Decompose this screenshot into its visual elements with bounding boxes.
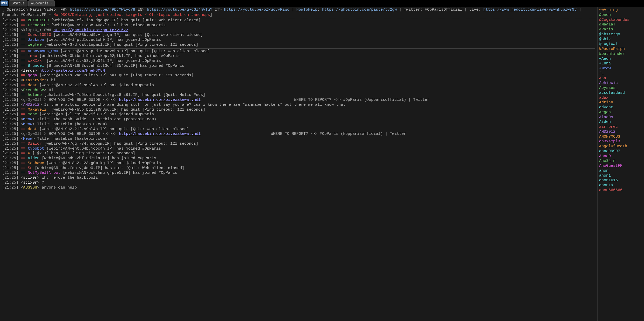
nick-entry[interactable]: Adrian	[599, 100, 642, 105]
nick-entry[interactable]: Abhioxic	[599, 81, 642, 86]
nick-entry[interactable]: AN0NYMOUS	[599, 135, 642, 139]
system-marker: ==	[21, 43, 25, 47]
nick[interactable]: xxXXxx_	[28, 59, 44, 63]
timestamp: [21:25]	[2, 166, 18, 170]
nick[interactable]: dest	[28, 83, 37, 88]
nick-entry[interactable]: an3x4mpl3	[599, 139, 642, 144]
system-text: [androirc@AN-3bibsd.9nin.ckop.62pfb1.IP]…	[37, 54, 180, 58]
timestamp: [21:25]	[2, 64, 18, 68]
nick-entry[interactable]: +Aeon	[599, 57, 642, 62]
nick[interactable]: wegfwe	[28, 43, 42, 47]
nick[interactable]: holamo	[28, 93, 42, 97]
topic-link[interactable]: https://www.reddit.com/live/vwwnkuplwr9y	[483, 8, 577, 12]
nick-entry[interactable]: Abysses_	[599, 86, 642, 91]
nick-entry[interactable]: Aaa	[599, 76, 642, 81]
nick-entry[interactable]: airforec	[599, 125, 642, 130]
topic-link[interactable]: https://ghostbin.com/paste/tv2gw	[322, 8, 397, 12]
menu-button[interactable]: MENU	[1, 1, 8, 6]
nick-entry[interactable]: @Logical	[599, 42, 642, 47]
nick-entry[interactable]: acsdfasdasd	[599, 91, 642, 96]
nick[interactable]: gr3yw0lf_	[23, 132, 44, 136]
nick[interactable]: Seahawx	[28, 161, 44, 165]
message-line: [21:25] <gr3yw0lf_> HOW YOU CAN HELP GUI…	[2, 98, 595, 103]
nick-entry[interactable]: anon19	[599, 183, 642, 188]
nick-entry[interactable]: +Meow	[599, 66, 642, 71]
nick[interactable]: Guest10510	[28, 33, 51, 37]
nick-entry[interactable]: &MaalaT	[599, 22, 642, 27]
nick-entry[interactable]: anon	[599, 169, 642, 173]
nick[interactable]: gr3yw0lf_	[23, 98, 44, 102]
nick-entry[interactable]: &Cogitabundus	[599, 18, 642, 23]
tab-status[interactable]: Status	[9, 0, 28, 6]
nick-entry[interactable]: %PadreRalph	[599, 47, 642, 52]
timestamp: [21:25]	[2, 83, 18, 88]
nick[interactable]: Meow	[23, 122, 32, 126]
nick-entry[interactable]: Aiac0s	[599, 115, 642, 120]
nick[interactable]: FrenchLCe	[23, 88, 44, 92]
nick[interactable]: dest	[28, 127, 37, 131]
topic-link[interactable]: https://youtu.be/oZPucyvPiwc	[224, 8, 289, 12]
nick[interactable]: Jackson	[28, 38, 44, 42]
timestamp: [21:25]	[2, 59, 18, 63]
system-text: [webirc@AN-vap.d15.aq25hh.IP] has quit […	[58, 49, 210, 54]
nick-entry[interactable]: AnnoD	[599, 154, 642, 159]
nick[interactable]: Gtasaryder	[23, 78, 46, 83]
topic-link[interactable]: https://youtu.be/g-qGl4mVTuY	[147, 8, 212, 12]
nick[interactable]: scix0r	[23, 176, 37, 180]
timestamp: [21:25]	[2, 171, 18, 175]
nick-entry[interactable]: anon1	[599, 173, 642, 178]
nick-entry[interactable]: @abstergo	[599, 32, 642, 37]
nick-entry[interactable]: Aegon	[599, 110, 642, 115]
nick[interactable]: FrenchLCe	[28, 23, 49, 28]
nick-entry[interactable]: &Paris	[599, 27, 642, 32]
nick-entry[interactable]: advent	[599, 105, 642, 110]
nick[interactable]: Meow	[23, 117, 32, 122]
nick[interactable]: Meow	[23, 137, 32, 141]
nick[interactable]: scix0r	[23, 180, 37, 185]
nick[interactable]: AMD2012	[23, 103, 39, 107]
nick[interactable]: X	[28, 151, 30, 156]
nick-entry[interactable]: &bnon	[599, 13, 642, 18]
nick[interactable]: kl3pt0_	[23, 28, 39, 32]
nick[interactable]: Anonymous_SWH	[28, 49, 58, 54]
nick[interactable]: lmao	[28, 54, 37, 58]
message-line: [21:25] == z01001100 [webirc@AN-ef7.iaa.…	[2, 18, 595, 23]
nick[interactable]: Makaveli_	[28, 108, 49, 112]
nick[interactable]: Aiden	[28, 156, 39, 160]
nick-entry[interactable]: +Luna	[599, 61, 642, 66]
nick[interactable]: lerds	[23, 69, 35, 73]
nick[interactable]: Dzalor	[28, 142, 42, 146]
message-link[interactable]: http://hastebin.com/pivexakewa.vhdl	[119, 98, 201, 102]
nick-entry[interactable]: Aiden	[599, 120, 642, 125]
nick-entry[interactable]: @Ghik	[599, 37, 642, 42]
tab-opparis[interactable]: #OpParis ✕	[28, 0, 55, 6]
topic-link[interactable]: HowToHelp	[296, 8, 317, 12]
nick-entry[interactable]: %pathfinder	[599, 52, 642, 57]
nick[interactable]: z01001100	[28, 18, 49, 23]
nick[interactable]: So	[28, 166, 32, 170]
nick[interactable]: AUSSSH	[23, 185, 37, 190]
nick-entry[interactable]: anon1616	[599, 178, 642, 183]
message-link[interactable]: https://ghostbin.com/paste/vt5zz	[53, 28, 128, 32]
nick-entry[interactable]: `L	[599, 71, 642, 76]
nick-entry[interactable]: AMD2012	[599, 130, 642, 135]
nick-entry[interactable]: anno99997	[599, 149, 642, 154]
nick-entry[interactable]: Ano34_n	[599, 159, 642, 164]
message-link[interactable]: http://pastebin.com/HheHJM8M	[39, 69, 105, 73]
nick-entry[interactable]: adax	[599, 96, 642, 101]
nick[interactable]: gaga	[28, 73, 37, 78]
topic-link[interactable]: https://youtu.be/jPDcYWiycY8	[70, 8, 135, 12]
nick-entry[interactable]: anon666666	[599, 188, 642, 193]
nick-entry[interactable]: AnoGuestFR	[599, 164, 642, 169]
nick[interactable]: Bruncel	[28, 64, 44, 68]
nick[interactable]: typobot	[28, 146, 44, 151]
nick-bracket: <	[21, 137, 23, 141]
message-list[interactable]: [21:25] == z01001100 [webirc@AN-ef7.iaa.…	[0, 18, 597, 321]
close-icon[interactable]: ✕	[50, 2, 52, 5]
message-link[interactable]: http://hastebin.com/pivexakewa.vhdl	[119, 132, 201, 136]
nick-entry[interactable]: ~wArning	[599, 8, 642, 13]
nick[interactable]: NotMySelf\root	[28, 171, 60, 175]
nick[interactable]: Manc	[28, 112, 37, 117]
nick-entry[interactable]: AngelOfDeath	[599, 144, 642, 149]
nick-list[interactable]: ~wArning&bnon&Cogitabundus&MaalaT&Paris@…	[597, 7, 644, 321]
